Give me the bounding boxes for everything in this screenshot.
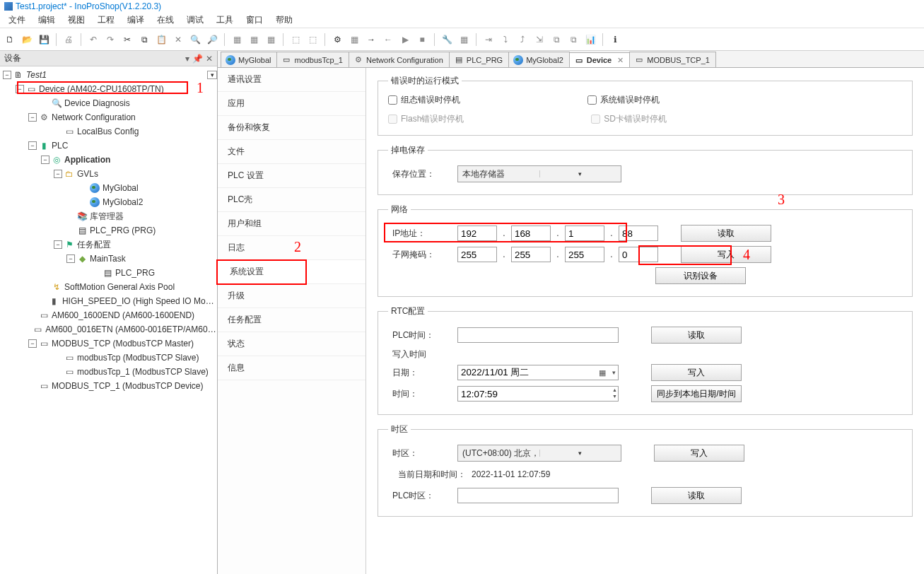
print-icon[interactable]: 🖨 (62, 33, 76, 47)
tb-icon[interactable]: ⬚ (288, 33, 303, 47)
expander-icon[interactable]: − (3, 71, 11, 79)
tab-modbustcp1[interactable]: ▭modbusTcp_1 (276, 52, 349, 67)
ip-field-2[interactable] (511, 226, 551, 241)
mask-field-3[interactable] (565, 247, 604, 262)
read-button[interactable]: 读取 (681, 225, 771, 242)
expander-icon[interactable]: − (16, 85, 24, 93)
stop-icon[interactable]: ■ (415, 33, 429, 47)
tree-prg2[interactable]: PLC_PRG (115, 268, 155, 278)
step-into-icon[interactable]: ⇥ (481, 33, 496, 47)
tab-modbustcp-1[interactable]: ▭MODBUS_TCP_1 (629, 52, 716, 67)
tree-mbts2[interactable]: modbusTcp_1 (ModbusTCP Slave) (77, 367, 209, 377)
sidemenu-log[interactable]: 日志 (218, 236, 365, 260)
menu-online[interactable]: 在线 (151, 13, 180, 28)
tree-localbus[interactable]: LocalBus Config (77, 127, 139, 136)
write-button[interactable]: 写入 (681, 246, 771, 263)
dropdown-icon[interactable]: ▾ (185, 54, 189, 64)
expander-icon[interactable]: − (66, 254, 75, 263)
plc-time-field[interactable] (457, 327, 619, 343)
expander-icon[interactable]: − (28, 113, 37, 122)
tab-myglobal2[interactable]: MyGlobal2 (508, 52, 570, 67)
sidemenu-comm[interactable]: 通讯设置 (218, 68, 365, 92)
tb-icon[interactable]: ⧉ (549, 33, 563, 47)
tree-maintask[interactable]: MainTask (90, 254, 126, 264)
menu-edit[interactable]: 编辑 (33, 13, 61, 28)
open-icon[interactable]: 📂 (20, 33, 34, 47)
expander-icon[interactable]: − (54, 170, 62, 178)
tree-mbts1[interactable]: modbusTcp (ModbusTCP Slave) (77, 353, 199, 363)
tree-myglobal2[interactable]: MyGlobal2 (103, 197, 143, 207)
ip-field-3[interactable] (565, 226, 604, 241)
mask-field-2[interactable] (511, 247, 551, 262)
sidemenu-app[interactable]: 应用 (218, 92, 365, 116)
tree-mbt1[interactable]: MODBUS_TCP_1 (ModbusTCP Device) (52, 381, 204, 391)
sidemenu-info[interactable]: 信息 (218, 356, 365, 380)
tree-myglobal[interactable]: MyGlobal (103, 183, 139, 193)
sidemenu-plcset[interactable]: PLC 设置 (218, 164, 365, 188)
menu-tools[interactable]: 工具 (211, 13, 239, 28)
close-icon[interactable]: ✕ (206, 54, 213, 64)
timezone-select[interactable]: (UTC+08:00) 北京，重庆，香港特别行政区▾ (457, 445, 621, 462)
tree-am0016[interactable]: AM600_0016ETN (AM600-0016ETP/AM600-0016E… (45, 324, 217, 334)
sync-button[interactable]: 同步到本地日期/时间 (651, 385, 742, 402)
paste-icon[interactable]: 📋 (154, 33, 168, 47)
logout-icon[interactable]: ← (381, 33, 395, 47)
tab-device[interactable]: ▭Device✕ (569, 52, 630, 68)
step-over-icon[interactable]: ⤵ (498, 33, 513, 47)
tb-icon[interactable]: ⧉ (566, 33, 580, 47)
tree-gvls[interactable]: GVLs (77, 169, 98, 179)
tree-prg[interactable]: PLC_PRG (PRG) (90, 226, 156, 235)
tree-app[interactable]: Application (64, 155, 110, 165)
replace-icon[interactable]: 🔎 (205, 33, 219, 47)
tree-device[interactable]: Device (AM402-CPU1608TP/TN) (39, 84, 164, 94)
mask-field-1[interactable] (457, 247, 497, 262)
pin-icon[interactable]: 📌 (192, 54, 203, 64)
build-icon[interactable]: ⚙ (330, 33, 344, 47)
copy-icon[interactable]: ⧉ (137, 33, 151, 47)
sidemenu-status[interactable]: 状态 (218, 332, 365, 356)
run-icon[interactable]: ▶ (398, 33, 412, 47)
tree-diagnosis[interactable]: Device Diagnosis (64, 98, 130, 108)
sidemenu-system[interactable]: 系统设置 (218, 260, 365, 284)
login-icon[interactable]: → (364, 33, 378, 47)
sidemenu-plcshell[interactable]: PLC壳 (218, 188, 365, 212)
redo-icon[interactable]: ↷ (103, 33, 117, 47)
undo-icon[interactable]: ↶ (86, 33, 100, 47)
tree-sm[interactable]: SoftMotion General Axis Pool (64, 282, 175, 292)
sidemenu-taskcfg[interactable]: 任务配置 (218, 308, 365, 332)
expander-icon[interactable]: − (28, 141, 37, 150)
tree-hs[interactable]: HIGH_SPEED_IO (High Speed IO Module) (62, 296, 217, 306)
chevron-up-icon[interactable]: ▲ (612, 387, 617, 393)
step-out-icon[interactable]: ⤴ (515, 33, 530, 47)
tb-icon[interactable]: ▦ (347, 33, 361, 47)
menu-view[interactable]: 视图 (62, 13, 90, 28)
tree-netcfg[interactable]: Network Configuration (52, 112, 136, 122)
tree-am16[interactable]: AM600_1600END (AM600-1600END) (52, 310, 194, 320)
tb-icon[interactable]: ▦ (457, 33, 471, 47)
read-button[interactable]: 读取 (651, 487, 742, 504)
write-button[interactable]: 写入 (651, 364, 742, 381)
sidemenu-upgrade[interactable]: 升级 (218, 284, 365, 308)
tool-icon[interactable]: 🔧 (440, 33, 454, 47)
detect-button[interactable]: 识别设备 (655, 267, 746, 284)
tb-icon[interactable]: ▦ (230, 33, 244, 47)
save-icon[interactable]: 💾 (37, 33, 51, 47)
checkbox-config-error[interactable]: 组态错误时停机 (388, 94, 460, 106)
mask-field-4[interactable] (619, 247, 658, 262)
expander-icon[interactable]: − (54, 240, 62, 249)
ip-field-1[interactable] (457, 226, 497, 241)
sidemenu-users[interactable]: 用户和组 (218, 212, 365, 236)
plc-tz-field[interactable] (457, 488, 619, 503)
tree-project[interactable]: Test1 (26, 70, 47, 80)
checkbox-sys-error[interactable]: 系统错误时停机 (587, 94, 660, 106)
tree-mbt[interactable]: MODBUS_TCP (ModbusTCP Master) (52, 339, 194, 348)
tb-icon[interactable]: ⬚ (305, 33, 320, 47)
tree-libmgr[interactable]: 库管理器 (90, 211, 124, 223)
menu-debug[interactable]: 调试 (181, 13, 209, 28)
tab-plcprg[interactable]: ▤PLC_PRG (449, 52, 509, 67)
ip-field-4[interactable] (619, 226, 658, 241)
menu-project[interactable]: 工程 (92, 13, 120, 28)
tree-plc[interactable]: PLC (52, 141, 68, 151)
delete-icon[interactable]: ✕ (171, 33, 185, 47)
menu-window[interactable]: 窗口 (240, 13, 269, 28)
